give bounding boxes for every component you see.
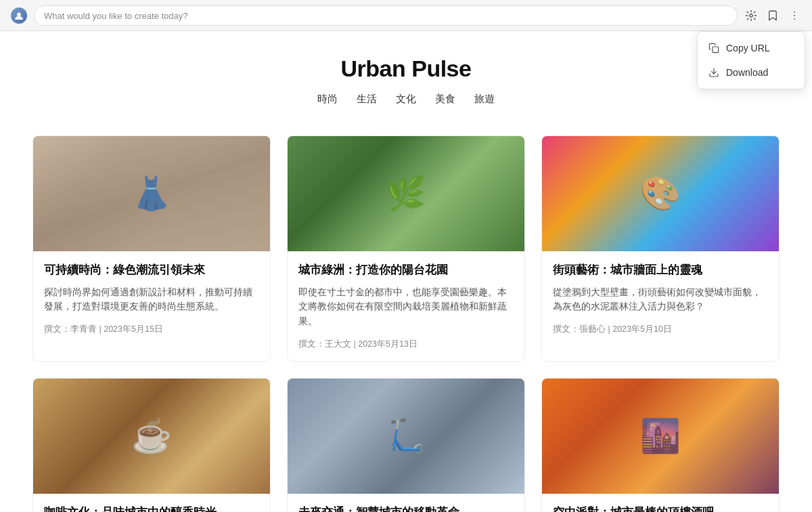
nav-item-culture[interactable]: 文化 <box>396 93 416 106</box>
article-author-1: 李青青 <box>70 324 97 334</box>
article-author-2: 王大文 <box>325 339 351 349</box>
nav-item-travel[interactable]: 旅遊 <box>474 93 495 106</box>
article-image-3 <box>542 136 779 251</box>
article-card-4[interactable]: 咖啡文化：品味城市中的醇香時光 走訪城市中最具特色的咖啡館，探索不同的沖煮方法，… <box>32 378 271 512</box>
svg-point-0 <box>17 12 21 16</box>
svg-point-2 <box>794 11 795 12</box>
article-image-5 <box>288 379 524 494</box>
nav-item-food[interactable]: 美食 <box>435 93 455 106</box>
svg-point-3 <box>794 15 795 16</box>
article-meta-3: 撰文：張藝心 | 2023年5月10日 <box>553 324 768 335</box>
article-title-2: 城市綠洲：打造你的陽台花園 <box>298 262 514 278</box>
site-header: Urban Pulse 時尚 生活 文化 美食 旅遊 <box>0 31 812 119</box>
copy-url-button[interactable]: Copy URL <box>698 36 805 60</box>
article-date-1: 2023年5月15日 <box>104 324 163 334</box>
article-author-label-1: 撰文： <box>44 324 70 334</box>
article-meta-1: 撰文：李青青 | 2023年5月15日 <box>44 324 259 335</box>
copy-icon <box>708 43 719 54</box>
download-label: Download <box>726 67 768 78</box>
nav-item-life[interactable]: 生活 <box>357 93 377 106</box>
article-meta-2: 撰文：王大文 | 2023年5月13日 <box>298 339 514 350</box>
article-card-3[interactable]: 街頭藝術：城市牆面上的靈魂 從塗鴉到大型壁畫，街頭藝術如何改變城市面貌，為灰色的… <box>541 135 780 362</box>
nav-item-fashion[interactable]: 時尚 <box>317 93 338 106</box>
article-excerpt-1: 探討時尚界如何通過創新設計和材料，推動可持續發展，打造對環境更友善的時尚生態系統… <box>44 285 259 314</box>
article-author-label-3: 撰文： <box>553 324 579 334</box>
article-content-3: 街頭藝術：城市牆面上的靈魂 從塗鴉到大型壁畫，街頭藝術如何改變城市面貌，為灰色的… <box>542 251 779 346</box>
browser-icon-group <box>744 9 801 22</box>
download-icon <box>708 67 719 78</box>
article-title-5: 未來交通：智慧城市的移動革命 <box>298 505 514 512</box>
dropdown-menu: Copy URL Download <box>697 31 805 89</box>
article-image-6 <box>542 379 779 494</box>
more-options-icon[interactable] <box>788 9 801 22</box>
bookmark-icon[interactable] <box>766 9 780 22</box>
article-content-6: 空中派對：城市最棒的頂樓酒吧 精選城市中最佳的頂樓酒吧，在欣賞絕美夜景的同時，品… <box>542 494 779 512</box>
svg-point-4 <box>794 18 795 20</box>
article-author-3: 張藝心 <box>579 324 606 334</box>
article-date-2: 2023年5月13日 <box>358 339 418 349</box>
articles-grid: 可持續時尚：綠色潮流引領未來 探討時尚界如何通過創新設計和材料，推動可持續發展，… <box>0 119 812 512</box>
article-title-6: 空中派對：城市最棒的頂樓酒吧 <box>553 505 768 512</box>
article-card-2[interactable]: 城市綠洲：打造你的陽台花園 即使在寸土寸金的都市中，也能享受園藝樂趣。本文將教你… <box>287 135 525 362</box>
browser-chrome: What would you like to create today? <box>0 0 812 31</box>
article-excerpt-3: 從塗鴉到大型壁畫，街頭藝術如何改變城市面貌，為灰色的水泥叢林注入活力與色彩？ <box>553 285 768 314</box>
article-content-1: 可持續時尚：綠色潮流引領未來 探討時尚界如何通過創新設計和材料，推動可持續發展，… <box>33 251 270 346</box>
browser-avatar <box>11 7 27 24</box>
download-button[interactable]: Download <box>698 60 805 85</box>
article-image-1 <box>33 136 270 251</box>
article-image-4 <box>33 379 270 494</box>
site-title: Urban Pulse <box>0 56 812 82</box>
article-content-4: 咖啡文化：品味城市中的醇香時光 走訪城市中最具特色的咖啡館，探索不同的沖煮方法，… <box>33 494 270 512</box>
article-content-2: 城市綠洲：打造你的陽台花園 即使在寸土寸金的都市中，也能享受園藝樂趣。本文將教你… <box>288 251 524 361</box>
svg-rect-5 <box>713 47 719 53</box>
article-excerpt-2: 即使在寸土寸金的都市中，也能享受園藝樂趣。本文將教你如何在有限空間內栽培美麗植物… <box>298 285 514 329</box>
article-title-3: 街頭藝術：城市牆面上的靈魂 <box>553 262 768 278</box>
browser-search-bar[interactable]: What would you like to create today? <box>34 5 738 26</box>
article-author-label-2: 撰文： <box>298 339 325 349</box>
svg-point-1 <box>750 14 753 17</box>
article-card-6[interactable]: 空中派對：城市最棒的頂樓酒吧 精選城市中最佳的頂樓酒吧，在欣賞絕美夜景的同時，品… <box>541 378 780 512</box>
article-image-2 <box>288 136 524 251</box>
article-content-5: 未來交通：智慧城市的移動革命 從共享單車到電動滑板車，探討新興的微交通工具如何改… <box>288 494 524 512</box>
site-nav: 時尚 生活 文化 美食 旅遊 <box>0 93 812 106</box>
copy-url-label: Copy URL <box>726 43 770 54</box>
article-card-1[interactable]: 可持續時尚：綠色潮流引領未來 探討時尚界如何通過創新設計和材料，推動可持續發展，… <box>32 135 271 362</box>
article-title-1: 可持續時尚：綠色潮流引領未來 <box>44 262 259 278</box>
article-date-3: 2023年5月10日 <box>612 324 672 334</box>
article-card-5[interactable]: 未來交通：智慧城市的移動革命 從共享單車到電動滑板車，探討新興的微交通工具如何改… <box>287 378 525 512</box>
settings-icon[interactable] <box>744 9 758 22</box>
article-title-4: 咖啡文化：品味城市中的醇香時光 <box>44 505 259 512</box>
